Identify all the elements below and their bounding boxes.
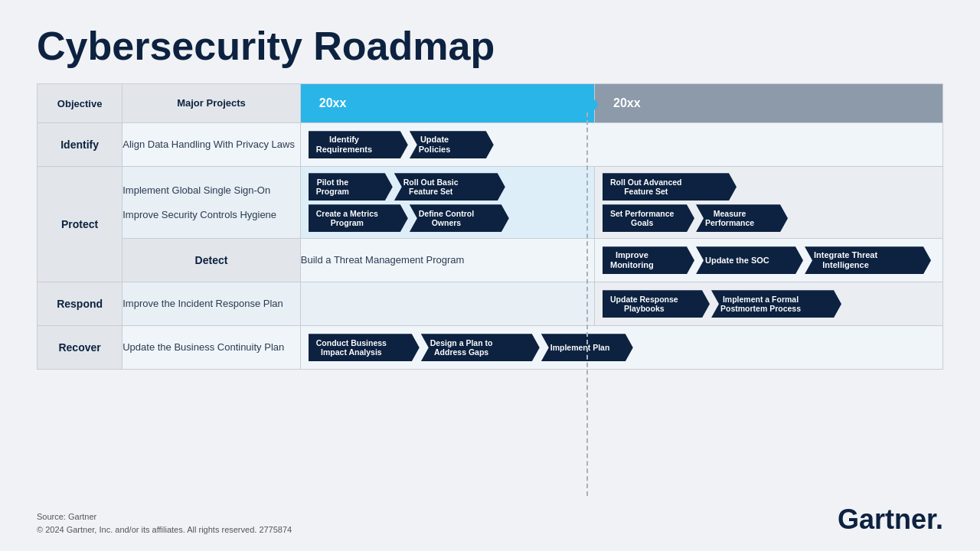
row-recover: Recover Update the Business Continuity P… xyxy=(38,326,943,370)
objective-detect: Detect xyxy=(122,239,301,282)
arrow-identify-1: IdentifyRequirements xyxy=(309,131,408,158)
footer: Source: Gartner © 2024 Gartner, Inc. and… xyxy=(37,504,943,536)
timeline-protect-left: Pilot theProgram Roll Out BasicFeature S… xyxy=(300,167,594,239)
arrow-protect-3: Create a MetricsProgram xyxy=(309,204,408,232)
footer-source: Source: Gartner xyxy=(37,510,292,523)
projects-detect: Build a Threat Management Program xyxy=(300,239,594,282)
timeline-identify: IdentifyRequirements UpdatePolicies xyxy=(300,123,942,167)
arrow-detect-1: ImproveMonitoring xyxy=(603,246,694,274)
roadmap-table-wrapper: Objective Major Projects 20xx 20xx xyxy=(37,83,943,496)
header-projects: Major Projects xyxy=(122,84,301,123)
roadmap-table: Objective Major Projects 20xx 20xx xyxy=(37,83,943,370)
arrow-identify-2: UpdatePolicies xyxy=(410,131,494,158)
projects-protect: Implement Global Single Sign-On Improve … xyxy=(122,167,301,239)
arrow-protect-6: Set PerformanceGoals xyxy=(603,204,694,232)
timeline-respond-right: Update ResponsePlaybooks Implement a For… xyxy=(594,282,942,326)
footer-left: Source: Gartner © 2024 Gartner, Inc. and… xyxy=(37,510,292,536)
header-objective: Objective xyxy=(38,84,122,123)
header-year1: 20xx xyxy=(300,84,594,123)
objective-identify: Identify xyxy=(38,123,122,167)
arrow-recover-2: Design a Plan toAddress Gaps xyxy=(421,334,540,361)
arrow-detect-3: Integrate ThreatIntelligence xyxy=(805,246,931,274)
footer-logo: Gartner. xyxy=(838,504,943,536)
objective-protect: Protect xyxy=(38,167,122,282)
projects-identify: Align Data Handling With Privacy Laws xyxy=(122,123,301,167)
header-row: Objective Major Projects 20xx 20xx xyxy=(38,84,943,123)
arrow-protect-5: Roll Out AdvancedFeature Set xyxy=(603,173,737,201)
row-protect: Protect Implement Global Single Sign-On … xyxy=(38,167,943,239)
timeline-respond-left xyxy=(300,282,594,326)
slide: Cybersecurity Roadmap Objective Major Pr… xyxy=(0,0,980,551)
timeline-detect: ImproveMonitoring Update the SOC Integra… xyxy=(594,239,942,282)
timeline-recover: Conduct BusinessImpact Analysis Design a… xyxy=(300,326,942,370)
header-year2: 20xx xyxy=(594,84,942,123)
arrow-respond-1: Update ResponsePlaybooks xyxy=(603,290,710,318)
footer-copyright: © 2024 Gartner, Inc. and/or its affiliat… xyxy=(37,523,292,536)
projects-respond: Improve the Incident Response Plan xyxy=(122,282,301,326)
arrow-recover-1: Conduct BusinessImpact Analysis xyxy=(309,334,420,361)
arrow-protect-2: Roll Out BasicFeature Set xyxy=(394,173,505,201)
row-detect: Detect Build a Threat Management Program… xyxy=(38,239,943,282)
arrow-detect-2: Update the SOC xyxy=(696,246,803,274)
row-identify: Identify Align Data Handling With Privac… xyxy=(38,123,943,167)
row-respond: Respond Improve the Incident Response Pl… xyxy=(38,282,943,326)
arrow-recover-3: Implement Plan xyxy=(541,334,633,361)
timeline-protect-right: Roll Out AdvancedFeature Set Set Perform… xyxy=(594,167,942,239)
projects-recover: Update the Business Continuity Plan xyxy=(122,326,301,370)
arrow-protect-4: Define ControlOwners xyxy=(410,204,509,232)
arrow-protect-1: Pilot theProgram xyxy=(309,173,393,201)
objective-recover: Recover xyxy=(38,326,122,370)
arrow-protect-7: MeasurePerformance xyxy=(696,204,788,232)
page-title: Cybersecurity Roadmap xyxy=(37,24,943,68)
arrow-respond-2: Implement a FormalPostmortem Process xyxy=(711,290,841,318)
objective-respond: Respond xyxy=(38,282,122,326)
